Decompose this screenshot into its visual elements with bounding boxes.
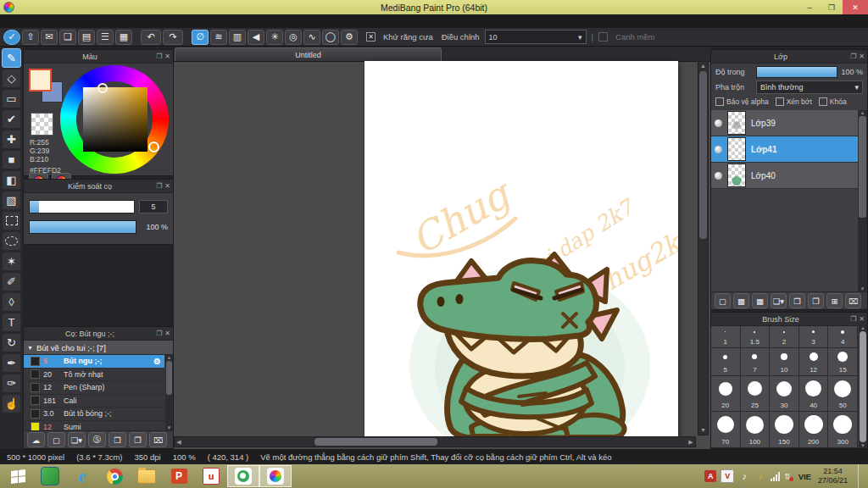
transparent-color-swatch[interactable] bbox=[31, 113, 53, 136]
layer-visibility-icon[interactable] bbox=[715, 146, 722, 153]
brush-row[interactable]: 12 Sumi ⚙ bbox=[24, 421, 164, 431]
halftone-layer-icon[interactable]: ▩ bbox=[733, 293, 749, 308]
color-wheel[interactable] bbox=[60, 65, 169, 174]
lasso-tool[interactable] bbox=[2, 231, 21, 251]
add-layer-menu-icon[interactable]: ❏▾ bbox=[771, 293, 787, 308]
rectangle-tool[interactable]: ▭ bbox=[2, 89, 21, 108]
cloud-save-icon[interactable]: ✓ bbox=[3, 30, 20, 45]
script-brush-icon[interactable]: Ⓢ bbox=[88, 432, 106, 447]
comment-icon[interactable]: ✉ bbox=[41, 30, 58, 45]
upload-icon[interactable]: ⇧ bbox=[22, 30, 39, 45]
brush-size-cell[interactable]: 5 bbox=[711, 348, 741, 377]
undo-button[interactable]: ↶ bbox=[141, 30, 161, 45]
eraser-tool[interactable]: ◇ bbox=[2, 69, 21, 88]
brush-size-cell[interactable]: 150 bbox=[770, 412, 799, 449]
scroll-thumb[interactable] bbox=[699, 71, 707, 239]
brush-row[interactable]: 181 Cali ⚙ bbox=[24, 395, 164, 408]
brush-opacity-slider[interactable] bbox=[29, 220, 136, 234]
brush-row[interactable]: 20 Tô mờ nhạt ⚙ bbox=[24, 369, 164, 382]
divide-tool[interactable]: ✑ bbox=[2, 374, 21, 393]
layer-folder-icon[interactable]: ❒ bbox=[789, 293, 805, 308]
brush-settings-gear-icon[interactable]: ⚙ bbox=[153, 357, 161, 366]
start-button[interactable] bbox=[2, 465, 34, 487]
brush-size-cell[interactable]: 7 bbox=[741, 348, 771, 377]
grid-view-icon[interactable]: ▦ bbox=[115, 30, 132, 45]
taskbar-internet-explorer[interactable]: e bbox=[66, 465, 98, 487]
language-indicator[interactable]: VIE bbox=[798, 472, 811, 481]
scroll-right-icon[interactable]: ▶ bbox=[687, 439, 695, 446]
popout-icon[interactable]: ❐ bbox=[850, 53, 856, 60]
dot-pen-tool[interactable]: ✔ bbox=[2, 109, 21, 129]
network-status-icon[interactable]: ⇅ bbox=[784, 472, 791, 481]
duplicate-layer-icon[interactable]: ❐ bbox=[808, 293, 824, 308]
taskbar-medibang[interactable] bbox=[259, 465, 292, 487]
radial-assist-icon[interactable]: ✳ bbox=[266, 30, 283, 45]
concentric-assist-icon[interactable]: ◎ bbox=[285, 30, 302, 45]
layer-option-checkbox[interactable]: Khóa bbox=[819, 97, 847, 106]
blend-mode-dropdown[interactable]: Bình thường ▾ bbox=[756, 80, 863, 94]
brush-size-cell[interactable]: 1 bbox=[711, 326, 741, 348]
vanishing-point-icon[interactable]: ◀ bbox=[248, 30, 264, 45]
select-tool[interactable] bbox=[2, 211, 21, 230]
scroll-down-icon[interactable]: ▼ bbox=[700, 426, 706, 435]
close-icon[interactable]: ✕ bbox=[164, 182, 170, 190]
grid-assist-icon[interactable]: ▥ bbox=[229, 30, 246, 45]
layer-row[interactable]: Lớp41 ⚙ bbox=[711, 136, 858, 163]
merge-layer-icon[interactable]: ⊞ bbox=[826, 293, 843, 308]
new-layer-icon[interactable]: ▢ bbox=[715, 293, 731, 308]
document-tab[interactable]: Untitled bbox=[175, 47, 442, 61]
layer-visibility-icon[interactable] bbox=[715, 119, 722, 127]
brush-size-cell[interactable]: 12 bbox=[799, 348, 829, 377]
brush-row[interactable]: 12 Pen (Sharp) ⚙ bbox=[24, 381, 164, 395]
popout-icon[interactable]: ❐ bbox=[850, 315, 856, 323]
taskbar-coccoc[interactable] bbox=[227, 465, 259, 487]
no-assist-icon[interactable]: ∅ bbox=[192, 30, 209, 45]
brush-size-cell[interactable]: 3 bbox=[799, 326, 829, 348]
popout-icon[interactable]: ❐ bbox=[156, 53, 162, 60]
close-icon[interactable]: ✕ bbox=[859, 53, 865, 60]
taskbar-unikey[interactable]: u bbox=[195, 465, 227, 487]
layer-option-checkbox[interactable]: Xén bớt bbox=[776, 97, 812, 106]
assist-settings-icon[interactable]: ⚙ bbox=[341, 30, 358, 45]
curve-assist-icon[interactable]: ∿ bbox=[303, 30, 320, 45]
sv-marker[interactable] bbox=[97, 83, 108, 93]
bucket-tool[interactable]: ◧ bbox=[2, 170, 21, 190]
cloud-upload-icon[interactable]: ☁ bbox=[27, 432, 45, 447]
layer-option-checkbox[interactable]: Bảo vệ alpha bbox=[715, 97, 769, 106]
taskbar-bluestacks[interactable] bbox=[34, 465, 66, 487]
brush-size-cell[interactable]: 100 bbox=[741, 412, 771, 449]
antialias-checkbox[interactable]: ✕ bbox=[366, 32, 376, 42]
brush-folder-icon[interactable]: ❒ bbox=[108, 432, 126, 447]
taskbar-file-explorer[interactable] bbox=[131, 465, 163, 487]
hand-tool[interactable]: ☝ bbox=[2, 394, 21, 413]
popout-icon[interactable]: ❐ bbox=[156, 330, 162, 337]
brush-list-scrollbar[interactable]: ▲▼ bbox=[165, 355, 173, 430]
brush-size-cell[interactable]: 300 bbox=[828, 412, 858, 449]
scroll-up-icon[interactable]: ▲ bbox=[700, 62, 706, 70]
pixel-layer-icon[interactable]: ▦ bbox=[752, 293, 768, 308]
layer-opacity-slider[interactable] bbox=[756, 66, 837, 78]
text-tool[interactable]: T bbox=[2, 313, 21, 332]
redo-button[interactable]: ↷ bbox=[163, 30, 183, 45]
scroll-thumb[interactable] bbox=[314, 438, 437, 446]
collapse-arrow-icon[interactable]: ▼ bbox=[27, 345, 33, 351]
brush-size-cell[interactable]: 200 bbox=[799, 412, 829, 449]
move-tool[interactable]: ✚ bbox=[2, 130, 21, 149]
brush-size-cell[interactable]: 20 bbox=[711, 376, 741, 412]
brush-group-row[interactable]: ▼ Bút vẽ cho tui ;-; [7] bbox=[24, 341, 173, 355]
select-pen-tool[interactable]: ✐ bbox=[2, 272, 21, 291]
brush-size-cell[interactable]: 10 bbox=[770, 348, 799, 377]
scroll-left-icon[interactable]: ◀ bbox=[175, 439, 183, 446]
layer-visibility-icon[interactable] bbox=[715, 172, 722, 180]
eyedropper-tool[interactable]: ✒ bbox=[2, 353, 21, 373]
foreground-color-swatch[interactable] bbox=[29, 69, 52, 92]
layer-row[interactable]: Lớp39 ⚙ bbox=[711, 110, 858, 136]
layer-list-scrollbar[interactable]: ▲▼ bbox=[858, 110, 867, 291]
copy-brush-icon[interactable]: ❐ bbox=[129, 432, 147, 447]
brush-size-cell[interactable]: 50 bbox=[828, 376, 858, 412]
canvas-horizontal-scrollbar[interactable]: ◀ ▶ bbox=[174, 436, 696, 447]
brush-size-cell[interactable]: 30 bbox=[770, 376, 799, 412]
brush-size-scrollbar[interactable]: ▲▼ bbox=[859, 325, 867, 448]
magic-wand-tool[interactable]: ✶ bbox=[2, 252, 21, 271]
popout-icon[interactable]: ❐ bbox=[156, 182, 162, 190]
